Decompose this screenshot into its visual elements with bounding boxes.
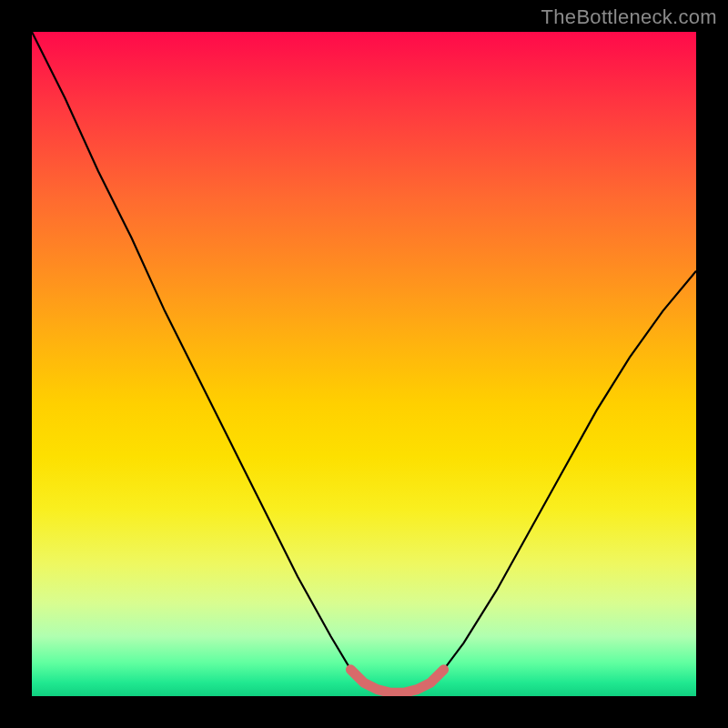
watermark-text: TheBottleneck.com [541, 5, 717, 29]
bottleneck-curve [32, 32, 696, 693]
chart-plot-area [32, 32, 696, 696]
chart-frame: TheBottleneck.com [0, 0, 728, 728]
optimal-zone-highlight [350, 670, 443, 693]
chart-svg [32, 32, 696, 696]
